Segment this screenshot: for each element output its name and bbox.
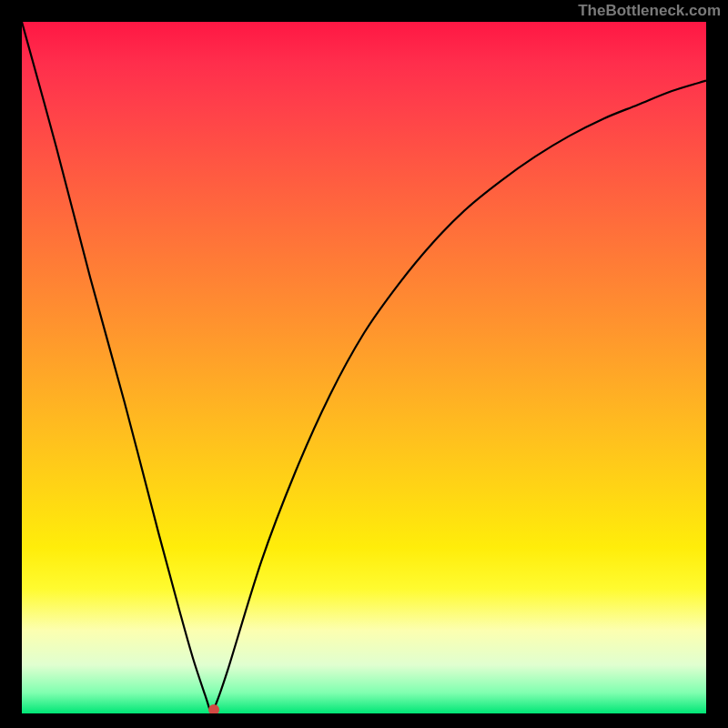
bottleneck-curve-path — [22, 22, 706, 713]
plot-area — [22, 22, 706, 713]
watermark-text: TheBottleneck.com — [578, 2, 721, 20]
optimal-point-marker — [208, 704, 219, 713]
curve-svg — [22, 22, 706, 713]
